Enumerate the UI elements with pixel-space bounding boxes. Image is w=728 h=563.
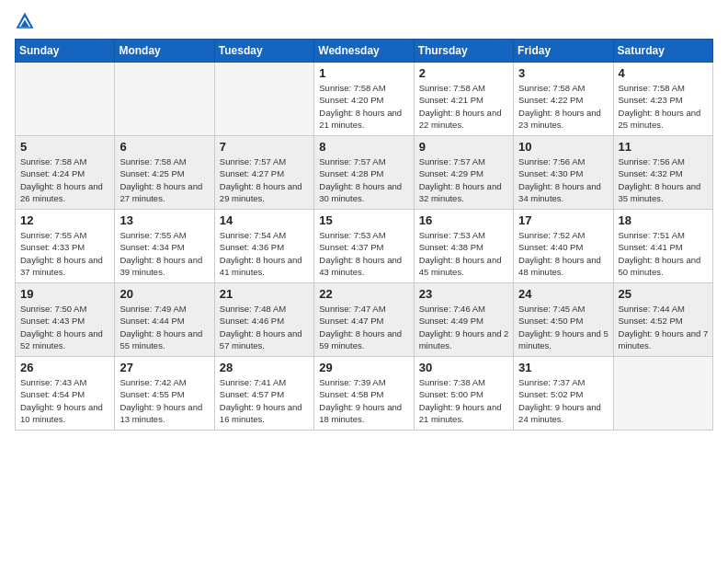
- calendar-cell: 5Sunrise: 7:58 AM Sunset: 4:24 PM Daylig…: [16, 136, 115, 210]
- calendar-cell: 18Sunrise: 7:51 AM Sunset: 4:41 PM Dayli…: [613, 210, 712, 283]
- calendar-week-4: 19Sunrise: 7:50 AM Sunset: 4:43 PM Dayli…: [16, 283, 713, 357]
- calendar-cell: 21Sunrise: 7:48 AM Sunset: 4:46 PM Dayli…: [214, 283, 313, 357]
- day-number: 14: [220, 213, 310, 227]
- day-info: Sunrise: 7:58 AM Sunset: 4:21 PM Dayligh…: [419, 82, 509, 131]
- calendar-cell: 13Sunrise: 7:55 AM Sunset: 4:34 PM Dayli…: [115, 210, 214, 283]
- day-info: Sunrise: 7:58 AM Sunset: 4:20 PM Dayligh…: [319, 82, 409, 131]
- day-info: Sunrise: 7:56 AM Sunset: 4:32 PM Dayligh…: [619, 155, 709, 204]
- column-header-saturday: Saturday: [613, 40, 712, 63]
- column-header-monday: Monday: [115, 40, 214, 63]
- day-info: Sunrise: 7:53 AM Sunset: 4:37 PM Dayligh…: [319, 229, 409, 278]
- day-number: 25: [619, 287, 709, 301]
- day-info: Sunrise: 7:55 AM Sunset: 4:33 PM Dayligh…: [20, 229, 110, 278]
- calendar-cell: 22Sunrise: 7:47 AM Sunset: 4:47 PM Dayli…: [314, 283, 414, 357]
- calendar-week-3: 12Sunrise: 7:55 AM Sunset: 4:33 PM Dayli…: [16, 210, 713, 283]
- day-number: 2: [419, 66, 509, 80]
- calendar-cell: 24Sunrise: 7:45 AM Sunset: 4:50 PM Dayli…: [514, 283, 613, 357]
- day-number: 13: [119, 213, 210, 227]
- calendar-cell: 11Sunrise: 7:56 AM Sunset: 4:32 PM Dayli…: [613, 136, 712, 210]
- calendar-week-1: 1Sunrise: 7:58 AM Sunset: 4:20 PM Daylig…: [16, 63, 713, 136]
- day-number: 7: [220, 140, 310, 154]
- calendar-cell: [613, 357, 712, 431]
- day-info: Sunrise: 7:38 AM Sunset: 5:00 PM Dayligh…: [419, 376, 509, 425]
- day-info: Sunrise: 7:53 AM Sunset: 4:38 PM Dayligh…: [419, 229, 509, 278]
- day-number: 10: [518, 140, 609, 154]
- day-number: 16: [419, 213, 509, 227]
- calendar-cell: 20Sunrise: 7:49 AM Sunset: 4:44 PM Dayli…: [115, 283, 214, 357]
- day-info: Sunrise: 7:58 AM Sunset: 4:24 PM Dayligh…: [20, 155, 110, 204]
- day-info: Sunrise: 7:52 AM Sunset: 4:40 PM Dayligh…: [518, 229, 609, 278]
- day-info: Sunrise: 7:55 AM Sunset: 4:34 PM Dayligh…: [119, 229, 210, 278]
- day-number: 5: [20, 140, 110, 154]
- calendar-cell: 27Sunrise: 7:42 AM Sunset: 4:55 PM Dayli…: [115, 357, 214, 431]
- day-number: 17: [518, 213, 609, 227]
- calendar-cell: 30Sunrise: 7:38 AM Sunset: 5:00 PM Dayli…: [414, 357, 513, 431]
- calendar-body: 1Sunrise: 7:58 AM Sunset: 4:20 PM Daylig…: [16, 63, 713, 431]
- calendar-cell: 16Sunrise: 7:53 AM Sunset: 4:38 PM Dayli…: [414, 210, 513, 283]
- day-number: 18: [619, 213, 709, 227]
- column-header-wednesday: Wednesday: [314, 40, 414, 63]
- day-number: 30: [419, 361, 509, 374]
- day-number: 15: [319, 213, 409, 227]
- calendar-cell: 12Sunrise: 7:55 AM Sunset: 4:33 PM Dayli…: [16, 210, 115, 283]
- day-info: Sunrise: 7:47 AM Sunset: 4:47 PM Dayligh…: [319, 303, 409, 351]
- day-info: Sunrise: 7:57 AM Sunset: 4:27 PM Dayligh…: [220, 155, 310, 204]
- page: SundayMondayTuesdayWednesdayThursdayFrid…: [0, 0, 728, 563]
- calendar-cell: 19Sunrise: 7:50 AM Sunset: 4:43 PM Dayli…: [16, 283, 115, 357]
- calendar-week-2: 5Sunrise: 7:58 AM Sunset: 4:24 PM Daylig…: [16, 136, 713, 210]
- calendar-cell: 23Sunrise: 7:46 AM Sunset: 4:49 PM Dayli…: [414, 283, 513, 357]
- day-number: 9: [419, 140, 509, 154]
- day-info: Sunrise: 7:58 AM Sunset: 4:23 PM Dayligh…: [619, 82, 709, 131]
- calendar-cell: [115, 63, 214, 136]
- logo-icon: [15, 11, 35, 31]
- calendar-week-5: 26Sunrise: 7:43 AM Sunset: 4:54 PM Dayli…: [16, 357, 713, 431]
- day-info: Sunrise: 7:48 AM Sunset: 4:46 PM Dayligh…: [220, 303, 310, 351]
- day-info: Sunrise: 7:46 AM Sunset: 4:49 PM Dayligh…: [419, 303, 509, 351]
- day-number: 29: [319, 361, 409, 374]
- calendar-cell: 1Sunrise: 7:58 AM Sunset: 4:20 PM Daylig…: [314, 63, 414, 136]
- calendar-cell: 7Sunrise: 7:57 AM Sunset: 4:27 PM Daylig…: [214, 136, 313, 210]
- calendar-cell: 6Sunrise: 7:58 AM Sunset: 4:25 PM Daylig…: [115, 136, 214, 210]
- day-number: 20: [119, 287, 210, 301]
- day-info: Sunrise: 7:54 AM Sunset: 4:36 PM Dayligh…: [220, 229, 310, 278]
- calendar-header: SundayMondayTuesdayWednesdayThursdayFrid…: [16, 40, 713, 63]
- day-number: 21: [220, 287, 310, 301]
- column-header-sunday: Sunday: [16, 40, 115, 63]
- calendar-cell: 29Sunrise: 7:39 AM Sunset: 4:58 PM Dayli…: [314, 357, 414, 431]
- day-info: Sunrise: 7:58 AM Sunset: 4:25 PM Dayligh…: [119, 155, 210, 204]
- calendar-cell: 8Sunrise: 7:57 AM Sunset: 4:28 PM Daylig…: [314, 136, 414, 210]
- calendar-cell: 26Sunrise: 7:43 AM Sunset: 4:54 PM Dayli…: [16, 357, 115, 431]
- day-info: Sunrise: 7:49 AM Sunset: 4:44 PM Dayligh…: [119, 303, 210, 351]
- day-info: Sunrise: 7:42 AM Sunset: 4:55 PM Dayligh…: [119, 376, 210, 425]
- day-number: 23: [419, 287, 509, 301]
- day-info: Sunrise: 7:45 AM Sunset: 4:50 PM Dayligh…: [518, 303, 609, 351]
- day-info: Sunrise: 7:58 AM Sunset: 4:22 PM Dayligh…: [518, 82, 609, 131]
- day-number: 31: [518, 361, 609, 374]
- day-info: Sunrise: 7:50 AM Sunset: 4:43 PM Dayligh…: [20, 303, 110, 351]
- day-number: 3: [518, 66, 609, 80]
- calendar-cell: 17Sunrise: 7:52 AM Sunset: 4:40 PM Dayli…: [514, 210, 613, 283]
- header: [15, 11, 713, 31]
- calendar-cell: 14Sunrise: 7:54 AM Sunset: 4:36 PM Dayli…: [214, 210, 313, 283]
- calendar-cell: 9Sunrise: 7:57 AM Sunset: 4:29 PM Daylig…: [414, 136, 513, 210]
- day-number: 27: [119, 361, 210, 374]
- calendar-cell: 25Sunrise: 7:44 AM Sunset: 4:52 PM Dayli…: [613, 283, 712, 357]
- calendar-table: SundayMondayTuesdayWednesdayThursdayFrid…: [15, 39, 713, 431]
- calendar-cell: 3Sunrise: 7:58 AM Sunset: 4:22 PM Daylig…: [514, 63, 613, 136]
- calendar-cell: 31Sunrise: 7:37 AM Sunset: 5:02 PM Dayli…: [514, 357, 613, 431]
- day-info: Sunrise: 7:44 AM Sunset: 4:52 PM Dayligh…: [619, 303, 709, 351]
- day-number: 12: [20, 213, 110, 227]
- day-info: Sunrise: 7:43 AM Sunset: 4:54 PM Dayligh…: [20, 376, 110, 425]
- day-number: 11: [619, 140, 709, 154]
- day-info: Sunrise: 7:37 AM Sunset: 5:02 PM Dayligh…: [518, 376, 609, 425]
- day-info: Sunrise: 7:56 AM Sunset: 4:30 PM Dayligh…: [518, 155, 609, 204]
- calendar-cell: [214, 63, 313, 136]
- day-number: 26: [20, 361, 110, 374]
- calendar-cell: 4Sunrise: 7:58 AM Sunset: 4:23 PM Daylig…: [613, 63, 712, 136]
- day-info: Sunrise: 7:41 AM Sunset: 4:57 PM Dayligh…: [220, 376, 310, 425]
- calendar-cell: 10Sunrise: 7:56 AM Sunset: 4:30 PM Dayli…: [514, 136, 613, 210]
- day-number: 4: [619, 66, 709, 80]
- day-number: 22: [319, 287, 409, 301]
- day-number: 19: [20, 287, 110, 301]
- column-header-thursday: Thursday: [414, 40, 513, 63]
